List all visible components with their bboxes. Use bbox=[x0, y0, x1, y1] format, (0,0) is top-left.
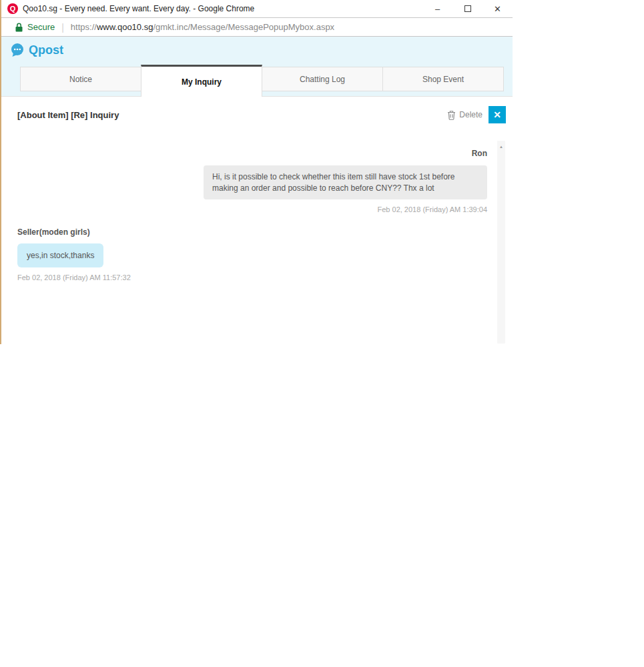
chat-message-seller: Seller(moden girls) yes,in stock,thanks … bbox=[17, 227, 513, 281]
tab-label: My Inquiry bbox=[182, 77, 222, 87]
qpost-logo-text: Qpost bbox=[29, 43, 63, 57]
inquiry-header: [About Item] [Re] Inquiry Delete ✕ bbox=[1, 97, 513, 123]
inquiry-header-actions: Delete ✕ bbox=[447, 106, 506, 123]
delete-label: Delete bbox=[459, 110, 482, 119]
window-controls: – ✕ bbox=[422, 0, 513, 17]
minimize-button[interactable]: – bbox=[422, 0, 452, 17]
scroll-up-icon[interactable]: ▲ bbox=[497, 141, 505, 149]
lock-icon bbox=[15, 23, 23, 32]
tab-chatting-log[interactable]: Chatting Log bbox=[262, 67, 383, 91]
chat-area: Ron Hi, is it possible to check whether … bbox=[1, 141, 513, 344]
message-bubble: yes,in stock,thanks bbox=[17, 243, 103, 267]
qoo10-favicon: Q bbox=[7, 3, 18, 14]
sender-name: Seller(moden girls) bbox=[17, 227, 513, 237]
window-close-button[interactable]: ✕ bbox=[482, 0, 513, 17]
window-title: Qoo10.sg - Every need. Every want. Every… bbox=[23, 4, 254, 13]
secure-badge[interactable]: Secure bbox=[27, 22, 55, 32]
maximize-button[interactable] bbox=[452, 0, 482, 17]
message-timestamp: Feb 02, 2018 (Friday) AM 11:57:32 bbox=[17, 273, 513, 281]
trash-icon bbox=[447, 110, 456, 120]
tab-label: Chatting Log bbox=[300, 75, 345, 84]
url-scheme: https:// bbox=[71, 22, 97, 32]
tab-label: Notice bbox=[69, 75, 92, 84]
inquiry-title: [About Item] [Re] Inquiry bbox=[17, 110, 119, 120]
address-bar: Secure | https://www.qoo10.sg/gmkt.inc/M… bbox=[1, 18, 513, 37]
tab-my-inquiry[interactable]: My Inquiry bbox=[141, 65, 262, 97]
tab-label: Shop Event bbox=[422, 75, 464, 84]
chrome-popup-window: Q Qoo10.sg - Every need. Every want. Eve… bbox=[0, 0, 513, 344]
window-titlebar: Q Qoo10.sg - Every need. Every want. Eve… bbox=[1, 0, 513, 18]
url-path: /gmkt.inc/Message/MessagePopupMybox.aspx bbox=[153, 22, 334, 32]
message-bubble: Hi, is it possible to check whether this… bbox=[204, 165, 487, 199]
tab-bar: Notice My Inquiry Chatting Log Shop Even… bbox=[20, 67, 504, 97]
chat-message-buyer: Ron Hi, is it possible to check whether … bbox=[1, 149, 487, 213]
tab-notice[interactable]: Notice bbox=[20, 67, 141, 91]
url-domain: www.qoo10.sg bbox=[97, 22, 153, 32]
message-timestamp: Feb 02, 2018 (Friday) AM 1:39:04 bbox=[1, 205, 487, 213]
tab-shop-event[interactable]: Shop Event bbox=[382, 67, 504, 91]
speech-bubble-icon bbox=[10, 43, 25, 57]
qpost-brand: Qpost bbox=[1, 37, 513, 57]
inquiry-panel: [About Item] [Re] Inquiry Delete ✕ Ron H… bbox=[1, 96, 513, 344]
chat-scrollbar[interactable]: ▲ bbox=[497, 141, 505, 344]
popup-close-button[interactable]: ✕ bbox=[489, 106, 506, 123]
url-separator: | bbox=[61, 22, 64, 33]
maximize-icon bbox=[464, 5, 471, 12]
url-field[interactable]: https://www.qoo10.sg/gmkt.inc/Message/Me… bbox=[71, 22, 334, 32]
sender-name: Ron bbox=[1, 149, 487, 158]
delete-button[interactable]: Delete bbox=[447, 110, 482, 120]
qpost-header: Qpost Notice My Inquiry Chatting Log Sho… bbox=[1, 37, 513, 96]
